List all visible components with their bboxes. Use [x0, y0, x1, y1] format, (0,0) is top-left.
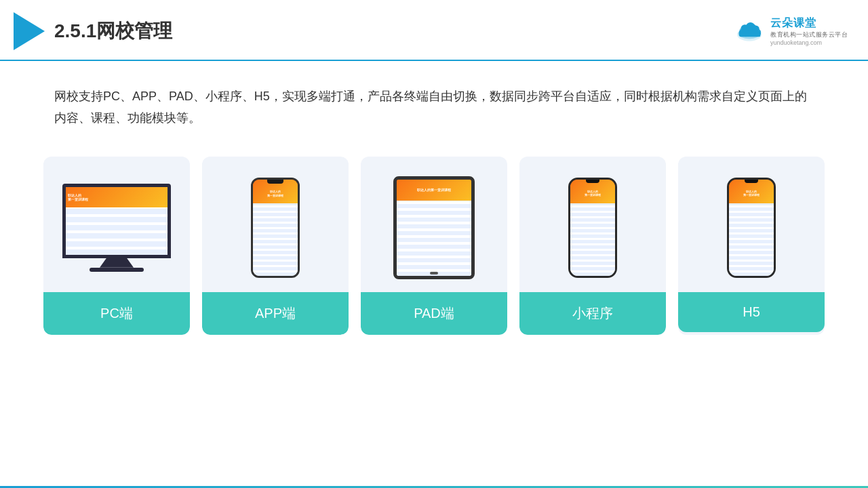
card-pc-label: PC端 [43, 292, 190, 335]
logo-text: 云朵课堂 教育机构一站式服务云平台 yunduoketang.com [770, 16, 848, 46]
logo-tagline: 教育机构一站式服务云平台 [770, 30, 848, 39]
card-pc-image: 职达人的第一堂训课程 [43, 157, 190, 292]
pc-monitor-icon: 职达人的第一堂训课程 [62, 184, 171, 272]
brand-logo: 云朵课堂 教育机构一站式服务云平台 yunduoketang.com [732, 16, 848, 46]
card-pc: 职达人的第一堂训课程 [43, 157, 190, 335]
logo-main: 云朵课堂 [770, 16, 816, 30]
card-miniprogram: 职达人的第一堂训课程 [519, 157, 666, 335]
pad-tablet-icon: 职达人的第一堂训课程 [393, 176, 475, 279]
cloud-icon [732, 19, 766, 43]
phone-mini-notch [586, 180, 599, 183]
logo-url: yunduoketang.com [770, 39, 822, 46]
page-title: 2.5.1网校管理 [54, 18, 172, 44]
card-h5-label: H5 [678, 292, 825, 332]
card-app-label: APP端 [202, 292, 349, 335]
cards-container: 职达人的第一堂训课程 [0, 143, 868, 335]
card-h5-image: 职达人的第一堂训课程 [678, 157, 825, 292]
description-text: 网校支持PC、APP、PAD、小程序、H5，实现多端打通，产品各终端自由切换，数… [0, 61, 868, 143]
app-phone-icon: 职达人的第一堂训课程 [251, 178, 300, 278]
header: 2.5.1网校管理 云朵课堂 教育机构一站式服务云平台 yunduoketang… [0, 0, 868, 61]
card-app: 职达人的第一堂训课程 [202, 157, 349, 335]
card-pad-image: 职达人的第一堂训课程 [361, 157, 507, 292]
header-left: 2.5.1网校管理 [14, 12, 172, 50]
card-pad-label: PAD端 [361, 292, 507, 335]
card-app-image: 职达人的第一堂训课程 [202, 157, 349, 292]
description-content: 网校支持PC、APP、PAD、小程序、H5，实现多端打通，产品各终端自由切换，数… [54, 89, 807, 125]
h5-phone-icon: 职达人的第一堂训课程 [727, 178, 776, 278]
card-miniprogram-label: 小程序 [519, 292, 666, 335]
h5-phone-notch [745, 180, 758, 183]
logo-triangle-icon [14, 12, 45, 50]
card-miniprogram-image: 职达人的第一堂训课程 [519, 157, 666, 292]
phone-notch [267, 180, 283, 184]
card-pad: 职达人的第一堂训课程 [361, 157, 507, 335]
svg-rect-8 [739, 31, 760, 37]
card-h5: 职达人的第一堂训课程 [678, 157, 825, 335]
miniprogram-phone-icon: 职达人的第一堂训课程 [568, 178, 617, 278]
